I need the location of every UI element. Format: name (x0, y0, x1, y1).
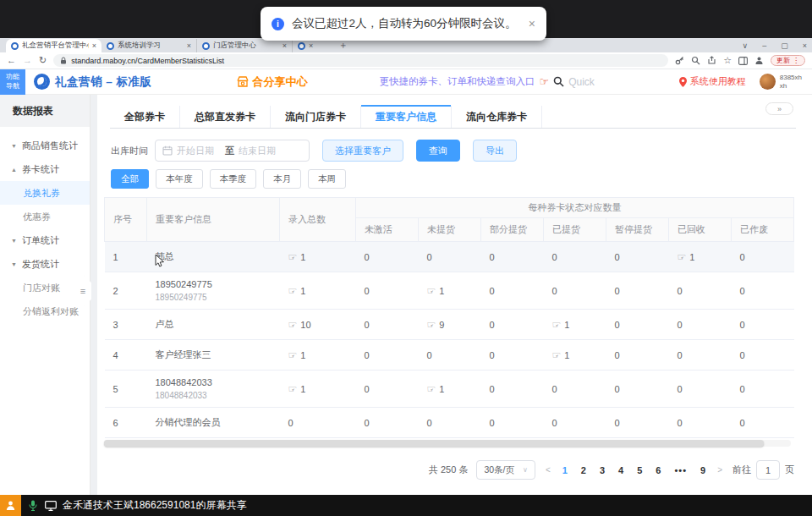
horizontal-scrollbar-thumb[interactable] (104, 440, 764, 447)
reload-icon[interactable]: ↻ (39, 56, 47, 65)
cell-status[interactable]: ☞1 (544, 310, 606, 340)
share-icon[interactable] (707, 56, 716, 65)
query-button[interactable]: 查询 (416, 140, 460, 162)
cell-status: 0 (481, 408, 544, 438)
zoom-icon[interactable] (691, 56, 700, 65)
col-total: 录入总数 (280, 198, 356, 242)
page-button-1[interactable]: 1 (562, 465, 568, 475)
tab-close-icon[interactable]: × (187, 41, 191, 50)
function-nav-toggle[interactable]: 功能 导航 (0, 69, 25, 95)
cell-status[interactable]: ☞1 (544, 438, 606, 440)
participant-icon[interactable] (0, 495, 21, 516)
cell-status: 0 (544, 371, 606, 408)
sidebar-item-订单统计[interactable]: ▼订单统计 (0, 228, 90, 252)
tab-close-icon[interactable]: × (309, 41, 313, 50)
page-button-2[interactable]: 2 (581, 465, 586, 475)
customer-name: 客户经理张三 (156, 349, 272, 360)
page-button-9[interactable]: 9 (700, 465, 705, 475)
date-range-picker[interactable]: 至 (155, 140, 310, 162)
cell-status[interactable]: ☞1 (419, 371, 481, 408)
window-restore-button[interactable]: ▢ (781, 41, 788, 50)
horizontal-scrollbar[interactable] (104, 440, 791, 447)
start-date-input[interactable] (177, 145, 221, 156)
cell-total[interactable]: ☞10 (280, 310, 356, 340)
site-favicon (107, 42, 114, 50)
window-minimize-button[interactable]: – (762, 41, 766, 50)
quick-filter-本年度[interactable]: 本年度 (156, 169, 203, 189)
tab-流向仓库券卡[interactable]: 流向仓库券卡 (452, 106, 542, 128)
site-favicon (11, 42, 19, 50)
cell-status[interactable]: ☞1 (419, 438, 481, 440)
goto-page-input[interactable] (756, 460, 780, 480)
cell-status: 0 (669, 340, 732, 371)
tab-总部直发券卡[interactable]: 总部直发券卡 (180, 106, 271, 128)
cell-status: 0 (419, 408, 481, 438)
key-icon[interactable] (675, 56, 684, 65)
tab-流向门店券卡[interactable]: 流向门店券卡 (271, 106, 361, 128)
cell-status: 0 (732, 242, 794, 272)
browser-tab[interactable]: 系统培训学习× (102, 39, 197, 52)
cell-status[interactable]: ☞1 (669, 242, 732, 272)
sidebar-subitem-优惠券[interactable]: 优惠券 (0, 205, 90, 228)
brand-title: 礼盒营销 – 标准版 (55, 74, 152, 90)
cell-status[interactable]: ☞1 (544, 340, 606, 371)
bookmark-star-icon[interactable]: ☆ (723, 56, 732, 65)
window-close-button[interactable]: × (803, 41, 807, 50)
page-button-6[interactable]: 6 (656, 465, 661, 475)
page-button-3[interactable]: 3 (600, 465, 605, 475)
browser-tab-partial[interactable]: × (293, 39, 333, 52)
cell-status[interactable]: ☞9 (419, 310, 481, 340)
browser-tab[interactable]: 礼盒营销平台管理中心× (6, 39, 102, 52)
share-center-label: 合分享中心 (253, 74, 308, 90)
chrome-update-button[interactable]: 更新 ⋮ (771, 55, 805, 66)
tutorial-link[interactable]: 系统使用教程 (679, 75, 746, 88)
tab-close-icon[interactable]: × (92, 41, 96, 50)
sidebar-item-商品销售统计[interactable]: ▼商品销售统计 (0, 134, 90, 157)
page-size-value: 30条/页 (484, 464, 514, 476)
toast-close-icon[interactable]: × (529, 17, 535, 30)
page-size-select[interactable]: 30条/页 ∨ (476, 460, 535, 480)
tab-全部券卡[interactable]: 全部券卡 (110, 106, 180, 128)
quick-filter-本月[interactable]: 本月 (263, 169, 301, 189)
quick-filter-本周[interactable]: 本周 (308, 169, 346, 189)
sidebar-collapse-handle[interactable]: ≡ (74, 276, 91, 306)
cell-total[interactable]: ☞1 (280, 272, 356, 310)
cell-total[interactable]: ☞20 (280, 438, 356, 440)
new-tab-button[interactable]: ＋ (338, 39, 348, 52)
prev-page-button[interactable]: < (544, 465, 552, 475)
cell-status[interactable]: ☞18 (356, 438, 419, 440)
forward-icon[interactable]: → (23, 56, 32, 65)
sidebar-item-发货统计[interactable]: ▼发货统计 (0, 252, 90, 276)
sidepanel-icon[interactable] (738, 57, 748, 65)
next-page-button[interactable]: > (716, 465, 724, 475)
cell-total[interactable]: ☞1 (280, 242, 356, 272)
end-date-input[interactable] (239, 145, 283, 156)
cell-status: 0 (544, 242, 606, 272)
select-customer-button[interactable]: 选择重要客户 (322, 140, 403, 162)
tabs-expand-button[interactable]: » (765, 102, 793, 115)
quick-entry[interactable]: 更快捷的券卡、订单和快递查询入口 ☞ Quick (380, 75, 595, 88)
quick-filter-本季度[interactable]: 本季度 (210, 169, 257, 189)
cell-total[interactable]: ☞1 (280, 371, 356, 408)
back-icon[interactable]: ← (7, 56, 16, 65)
export-button[interactable]: 导出 (473, 140, 517, 162)
share-center-link[interactable]: 合分享中心 (237, 74, 308, 90)
sidebar-item-券卡统计[interactable]: ▲券卡统计 (0, 157, 90, 181)
microphone-icon[interactable] (29, 500, 37, 511)
tab-search-chevron-icon[interactable]: ∨ (743, 41, 749, 50)
sidebar-item-label: 券卡统计 (22, 163, 59, 176)
profile-icon[interactable] (754, 56, 764, 65)
page-button-4[interactable]: 4 (618, 465, 623, 475)
page-more-button[interactable]: ••• (674, 465, 687, 475)
user-menu[interactable]: 8385xh xh (760, 74, 802, 91)
page-button-5[interactable]: 5 (637, 465, 642, 475)
sidebar-subitem-兑换礼券[interactable]: 兑换礼券 (0, 181, 90, 205)
cell-total[interactable]: ☞1 (280, 340, 356, 371)
tab-close-icon[interactable]: × (283, 41, 287, 50)
browser-tab[interactable]: 门店管理中心× (197, 39, 293, 52)
cell-status[interactable]: ☞1 (419, 272, 481, 310)
quick-filter-全部[interactable]: 全部 (111, 169, 149, 189)
tab-重要客户信息[interactable]: 重要客户信息 (361, 106, 452, 128)
url-omnibox[interactable]: standard.maboy.cn/CardMemberStatisticsLi… (53, 54, 668, 67)
page-numbers: 123456•••9 (562, 465, 705, 475)
